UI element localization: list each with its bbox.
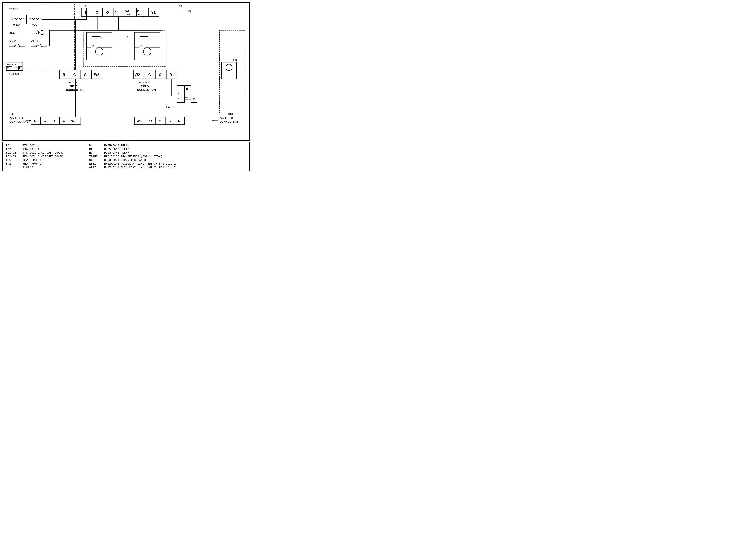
svg-text:5A: 5A xyxy=(185,96,188,99)
svg-text:ALS1: ALS1 xyxy=(32,39,38,42)
svg-text:S: S xyxy=(178,95,179,97)
svg-text:Y: Y xyxy=(159,119,161,123)
svg-text:F: F xyxy=(178,89,179,91)
svg-point-55 xyxy=(95,47,103,55)
legend-left-code: HP1 xyxy=(5,158,22,162)
svg-line-57 xyxy=(91,45,94,47)
svg-line-67 xyxy=(139,45,142,47)
svg-rect-109 xyxy=(219,30,245,113)
svg-text:R: R xyxy=(63,73,65,77)
svg-text:W2: W2 xyxy=(135,73,140,77)
svg-point-154 xyxy=(75,29,76,31)
legend-left-desc: HEAT PUMP 1 xyxy=(22,158,82,162)
svg-text:O: O xyxy=(149,119,152,123)
legend-right-desc: HN65KJ016 RELAY xyxy=(103,147,247,151)
svg-text:R: R xyxy=(19,67,21,69)
diagram-area: TRANS. 230V 24V GND CB xyxy=(2,2,250,141)
svg-text:U: U xyxy=(178,92,179,94)
legend-right-desc: HH83ZB001 CIRCUIT BREAKER xyxy=(103,158,247,162)
svg-point-155 xyxy=(96,16,98,17)
legend-left-desc: LEGEND xyxy=(22,166,82,169)
svg-text:FC2 24V: FC2 24V xyxy=(139,81,149,84)
legend-right-code: ALS1 xyxy=(88,162,103,166)
svg-text:C: C xyxy=(168,119,171,123)
svg-text:R3: R3 xyxy=(233,59,237,62)
svg-text:R1: R1 xyxy=(100,36,103,38)
svg-text:FC2-CB: FC2-CB xyxy=(166,105,176,108)
num12-label: 12 xyxy=(83,5,86,8)
svg-text:CONNECTION: CONNECTION xyxy=(219,120,238,123)
svg-text:GND: GND xyxy=(9,31,15,34)
legend-right-desc: HH12HA142 AUXILLARY LIMIT SWITCH FAN COI… xyxy=(103,166,247,169)
svg-point-17 xyxy=(19,45,20,47)
legend-left-code: FC1 xyxy=(5,144,22,147)
svg-text:24V FIELD: 24V FIELD xyxy=(9,117,23,120)
legend-right-desc: HH12HA142 AUXILLARY LIMIT SWITCH FAN COI… xyxy=(103,162,247,166)
svg-point-10 xyxy=(40,30,44,35)
legend-right-desc: HT01BD236 TRANSFORMER (230/24 75VA) xyxy=(103,155,247,158)
svg-text:FIELD: FIELD xyxy=(69,85,78,88)
svg-text:T1: T1 xyxy=(192,98,196,101)
legend-left-code xyxy=(5,166,22,169)
svg-text:CONNECTION: CONNECTION xyxy=(66,88,84,92)
svg-text:G: G xyxy=(106,11,109,14)
svg-point-106 xyxy=(226,64,232,71)
svg-text:O: O xyxy=(63,119,65,123)
svg-text:W1: W1 xyxy=(126,13,130,16)
svg-text:CB: CB xyxy=(36,31,39,34)
trans-label: TRANS. xyxy=(9,7,19,11)
svg-text:O/: O/ xyxy=(137,9,140,13)
svg-point-16 xyxy=(14,45,15,47)
legend-left-code: FC1-CB xyxy=(5,151,22,155)
svg-rect-0 xyxy=(4,4,75,70)
svg-text:W2: W2 xyxy=(94,73,99,77)
svg-text:G: G xyxy=(84,73,87,77)
svg-text:FUSE 5A: FUSE 5A xyxy=(7,63,17,66)
svg-text:CONNECTION: CONNECTION xyxy=(9,120,28,123)
num20-label: 20 xyxy=(187,9,190,13)
svg-line-14 xyxy=(14,44,20,46)
svg-point-156 xyxy=(142,16,144,17)
svg-text:C: C xyxy=(159,73,161,77)
legend-area: FC1FAN COIL 1R1HN65KJ016 RELAYFC2FAN COI… xyxy=(2,142,250,172)
svg-text:R2: R2 xyxy=(125,36,128,38)
svg-text:24V FIELD: 24V FIELD xyxy=(219,117,233,120)
svg-text:R: R xyxy=(34,119,37,123)
svg-point-23 xyxy=(41,45,42,47)
svg-point-22 xyxy=(36,45,37,47)
svg-point-65 xyxy=(143,47,151,55)
legend-right-code: TRANS xyxy=(88,155,103,158)
svg-text:Y: Y xyxy=(53,119,56,123)
legend-left-code: HP2 xyxy=(5,162,22,166)
legend-left-code: FC2 xyxy=(5,147,22,151)
legend-left-desc: FAN COIL 2 xyxy=(22,147,82,151)
legend-right-desc: HN65KJ016 RELAY xyxy=(103,144,247,147)
svg-text:HP1: HP1 xyxy=(9,113,15,116)
svg-text:W2: W2 xyxy=(71,119,76,123)
svg-text:C: C xyxy=(74,73,76,77)
svg-text:T1: T1 xyxy=(7,67,10,69)
svg-text:C: C xyxy=(96,11,98,14)
svg-text:G: G xyxy=(148,73,151,77)
svg-line-20 xyxy=(37,44,42,46)
svg-text:C: C xyxy=(43,119,46,123)
svg-marker-129 xyxy=(212,120,214,122)
svg-text:Y/: Y/ xyxy=(115,9,117,13)
svg-text:24V: 24V xyxy=(33,23,37,27)
main-container: TRANS. 230V 24V GND CB xyxy=(0,0,252,187)
legend-right-desc: P283-0346 RELAY xyxy=(103,151,247,155)
legend-left-desc: FAN COIL 1 CIRCUIT BOARD xyxy=(22,151,82,155)
svg-text:230V: 230V xyxy=(13,23,20,27)
legend-right-code: ALS2 xyxy=(88,166,103,169)
legend-left-desc: HEAT PUMP 2 xyxy=(22,162,82,166)
svg-text:FC1 24V: FC1 24V xyxy=(68,81,79,84)
legend-left-desc: FAN COIL 2 CIRCUIT BOARD xyxy=(22,155,82,158)
legend-right-code: CB xyxy=(88,158,103,162)
svg-text:Y1: Y1 xyxy=(151,11,156,14)
svg-text:Y2: Y2 xyxy=(116,13,119,16)
legend-right-code: R2 xyxy=(88,147,103,151)
svg-text:ALS2: ALS2 xyxy=(9,39,16,42)
svg-text:R: R xyxy=(169,73,172,77)
legend-right-code: R3 xyxy=(88,151,103,155)
svg-text:R: R xyxy=(186,88,188,91)
